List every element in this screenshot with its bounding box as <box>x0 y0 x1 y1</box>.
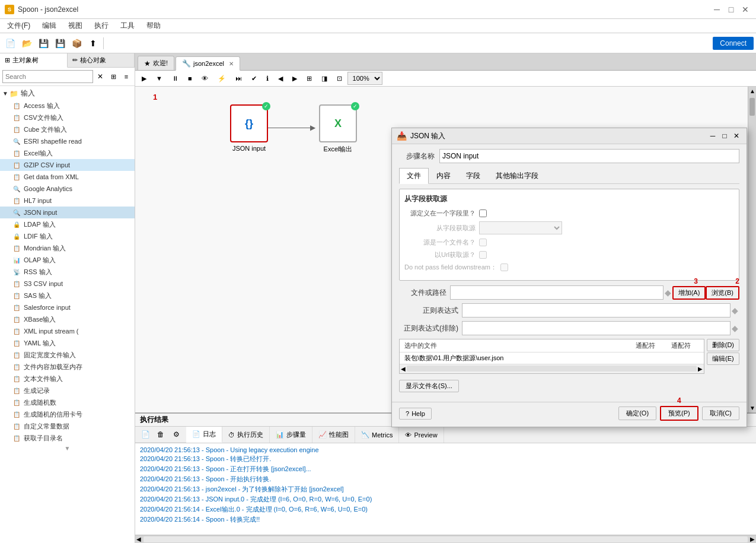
scroll-left-btn[interactable]: ◀ <box>135 536 142 542</box>
close-btn[interactable]: ✕ <box>739 4 751 15</box>
zoom-select[interactable]: 100% 75% 50% 150% <box>347 72 382 85</box>
step-run-btn[interactable]: ⚡ <box>213 73 230 84</box>
add-file-btn[interactable]: 增加(A) <box>672 286 706 300</box>
list-item[interactable]: 📋 文件内容加载至内存 <box>0 361 135 373</box>
info-btn[interactable]: ℹ <box>262 73 273 84</box>
regex-exclude-input[interactable] <box>462 321 731 335</box>
no-pass-checkbox[interactable] <box>500 263 508 271</box>
export-btn[interactable]: ⬆ <box>85 36 101 51</box>
dialog-maximize-btn[interactable]: □ <box>719 131 730 141</box>
regex-input[interactable] <box>462 303 731 317</box>
step-name-input[interactable] <box>439 149 739 163</box>
list-item[interactable]: 📋 S3 CSV input <box>0 278 135 290</box>
list-item[interactable]: 📋 生成随机数 <box>0 396 135 408</box>
nav-btn-3[interactable]: ⊞ <box>302 73 316 84</box>
list-item[interactable]: 🔒 LDIF 输入 <box>0 230 135 242</box>
list-item[interactable]: 📋 获取子目录名 <box>0 432 135 444</box>
list-item[interactable]: 🔍 JSON input <box>0 207 135 218</box>
files-scroll-left[interactable]: ◀ <box>401 366 406 372</box>
save-as-btn[interactable]: 💾 <box>52 36 68 51</box>
tree-scroll-down[interactable]: ▼ <box>0 444 135 453</box>
list-item[interactable]: 📋 固定宽度文件输入 <box>0 349 135 361</box>
tab-core-objects[interactable]: ✏ 核心对象 <box>68 53 135 67</box>
menu-help[interactable]: 帮助 <box>142 20 165 32</box>
file-path-input[interactable] <box>450 285 664 300</box>
list-item[interactable]: 📋 Access 输入 <box>0 100 135 112</box>
open-btn[interactable]: 📂 <box>19 36 34 51</box>
tab-preview[interactable]: 👁 Preview <box>399 427 444 443</box>
nav-btn-2[interactable]: ▶ <box>288 73 301 84</box>
list-item[interactable]: 📋 Excel输入 <box>0 147 135 159</box>
list-item[interactable]: 📋 生成记录 <box>0 385 135 396</box>
save-btn[interactable]: 💾 <box>36 36 51 51</box>
scroll-track[interactable] <box>143 536 748 542</box>
tab-welcome[interactable]: ★ 欢迎! <box>138 56 174 70</box>
files-scroll-track[interactable] <box>407 366 697 371</box>
save-all-btn[interactable]: 📦 <box>69 36 84 51</box>
ok-btn[interactable]: 确定(O) <box>618 407 656 420</box>
list-item[interactable]: 📋 Get data from XML <box>0 171 135 183</box>
dialog-close-btn[interactable]: ✕ <box>731 131 742 141</box>
tab-main-objects[interactable]: ⊞ 主对象树 <box>0 53 68 68</box>
list-item[interactable]: 📋 生成随机的信用卡号 <box>0 408 135 420</box>
selected-file-row[interactable]: 装包\数据\01.用户数据源\user.json <box>400 353 704 364</box>
list-item[interactable]: 📋 CSV文件输入 <box>0 112 135 123</box>
list-item[interactable]: 🔍 ESRI shapefile read <box>0 135 135 147</box>
show-filename-btn[interactable]: 显示文件名(S)... <box>399 380 459 392</box>
nav-btn-1[interactable]: ◀ <box>274 73 287 84</box>
list-item[interactable]: 📊 OLAP 输入 <box>0 254 135 266</box>
list-item[interactable]: 📋 Mondrian 输入 <box>0 242 135 254</box>
list-item[interactable]: 📋 XML input stream ( <box>0 325 135 337</box>
get-from-field-select[interactable] <box>479 221 562 234</box>
excel-node-box[interactable]: X ✓ <box>319 104 357 142</box>
dialog-tab-fields[interactable]: 字段 <box>458 168 488 183</box>
url-checkbox[interactable] <box>479 251 487 259</box>
search-expand-btn[interactable]: ⊞ <box>107 71 119 82</box>
menu-view[interactable]: 视图 <box>63 20 87 32</box>
list-item[interactable]: 📋 YAML 输入 <box>0 337 135 349</box>
expand-btn[interactable]: ⊡ <box>333 73 346 84</box>
menu-edit[interactable]: 编辑 <box>37 20 61 32</box>
connect-button[interactable]: Connect <box>713 37 754 50</box>
flow-node-json[interactable]: {} ✓ JSON input ▶ <box>230 104 268 152</box>
list-item[interactable]: 🔒 LDAP 输入 <box>0 218 135 230</box>
nav-btn-4[interactable]: ◨ <box>317 73 331 84</box>
search-clear-btn[interactable]: ✕ <box>94 71 106 82</box>
dialog-minimize-btn[interactable]: ─ <box>707 131 718 141</box>
dialog-tab-content[interactable]: 内容 <box>429 168 458 183</box>
edit-file-btn[interactable]: 编辑(E) <box>707 353 739 365</box>
list-item[interactable]: 📋 XBase输入 <box>0 313 135 325</box>
tab-log[interactable]: 📄 日志 <box>186 427 222 443</box>
list-item[interactable]: 📋 GZIP CSV input <box>0 159 135 171</box>
minimize-btn[interactable]: ─ <box>711 4 723 15</box>
sidebar-item-google-analytics[interactable]: 🔍 Google Analytics <box>0 183 135 195</box>
files-scroll-right[interactable]: ▶ <box>698 366 703 372</box>
list-item[interactable]: 📋 SAS 输入 <box>0 290 135 301</box>
stop-btn[interactable]: ■ <box>184 73 196 84</box>
list-item[interactable]: 📋 自定义常量数据 <box>0 420 135 432</box>
list-item[interactable]: 📋 HL7 input <box>0 195 135 207</box>
check-btn[interactable]: ✔ <box>247 73 261 84</box>
search-collapse-btn[interactable]: ≡ <box>120 71 132 82</box>
maximize-btn[interactable]: □ <box>725 4 737 15</box>
step-pause-btn[interactable]: ⏭ <box>231 73 246 84</box>
menu-tools[interactable]: 工具 <box>116 20 139 32</box>
tree-group-header[interactable]: ▼ 📁 输入 <box>0 87 135 100</box>
scroll-up-btn[interactable]: ▲ <box>748 87 756 96</box>
dialog-tab-file[interactable]: 文件 <box>399 168 429 184</box>
is-filename-checkbox[interactable] <box>479 239 487 246</box>
json-node-box[interactable]: {} ✓ <box>230 104 268 142</box>
list-item[interactable]: 📋 文本文件输入 <box>0 373 135 385</box>
source-field-checkbox[interactable] <box>479 209 487 217</box>
tab-history[interactable]: ⏱ 执行历史 <box>222 427 270 443</box>
preview-dialog-btn[interactable]: 预览(P) <box>660 406 698 421</box>
list-item[interactable]: 📋 Salesforce input <box>0 301 135 313</box>
tab-step-count[interactable]: 📊 步骤量 <box>270 427 312 443</box>
pause-btn[interactable]: ⏸ <box>168 73 183 84</box>
preview-btn[interactable]: 👁 <box>197 73 212 84</box>
scroll-right-btn[interactable]: ▶ <box>749 536 756 542</box>
scroll-down-btn[interactable]: ▼ <box>748 404 756 412</box>
run-btn[interactable]: ▶ <box>138 73 151 84</box>
list-item[interactable]: 📡 RSS 输入 <box>0 266 135 278</box>
cancel-btn[interactable]: 取消(C) <box>702 407 739 420</box>
